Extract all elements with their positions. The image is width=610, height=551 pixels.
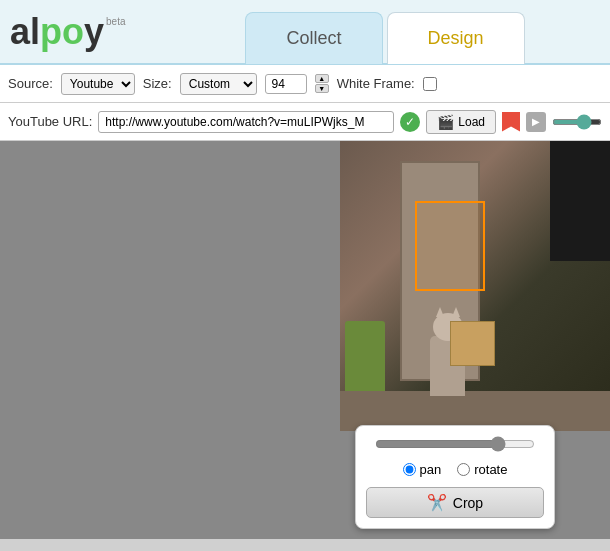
green-box [345,321,385,401]
size-select[interactable]: Custom640x480320x240 [180,73,257,95]
source-label: Source: [8,76,53,91]
crop-button[interactable]: ✂️ Crop [366,487,544,518]
rotate-option[interactable]: rotate [457,462,507,477]
crop-panel: pan rotate ✂️ Crop [355,425,555,529]
video-preview [340,141,610,431]
pan-radio[interactable] [403,463,416,476]
volume-slider[interactable] [552,119,602,125]
rotate-label: rotate [474,462,507,477]
header: alpoy beta Collect Design [0,0,610,65]
video-background [340,141,610,431]
crop-selection-box[interactable] [415,201,485,291]
url-row: YouTube URL: ✓ 🎬 Load ▶ [0,103,610,141]
spin-down-button[interactable]: ▼ [315,84,329,93]
nav-tabs: Collect Design [170,0,600,64]
spin-up-button[interactable]: ▲ [315,74,329,83]
crop-icon: ✂️ [427,493,447,512]
crop-slider-row [366,436,544,452]
toolbar: Source: YoutubeUploadURL Size: Custom640… [0,65,610,103]
logo-beta: beta [106,16,125,27]
white-frame-checkbox[interactable] [423,77,437,91]
dark-figure [550,141,610,261]
crop-label: Crop [453,495,483,511]
radio-row: pan rotate [366,462,544,477]
white-frame-label: White Frame: [337,76,415,91]
size-label: Size: [143,76,172,91]
size-value-input[interactable] [265,74,307,94]
logo: alpoy [10,11,104,53]
tab-collect[interactable]: Collect [245,12,382,64]
play-icon[interactable]: ▶ [526,112,546,132]
youtube-url-label: YouTube URL: [8,114,92,129]
load-button[interactable]: 🎬 Load [426,110,496,134]
youtube-url-input[interactable] [98,111,394,133]
film-icon: 🎬 [437,114,454,130]
spin-buttons: ▲ ▼ [315,74,329,93]
canvas-area: pan rotate ✂️ Crop [0,141,610,539]
logo-area: alpoy beta [10,11,170,53]
pan-label: pan [420,462,442,477]
box [450,321,495,366]
crop-slider[interactable] [375,436,535,452]
tab-collect-label: Collect [286,28,341,49]
rotate-radio[interactable] [457,463,470,476]
url-valid-icon: ✓ [400,112,420,132]
source-select[interactable]: YoutubeUploadURL [61,73,135,95]
bookmark-icon[interactable] [502,112,520,132]
tab-design-label: Design [428,28,484,49]
load-label: Load [458,115,485,129]
pan-option[interactable]: pan [403,462,442,477]
tab-design[interactable]: Design [387,12,525,64]
